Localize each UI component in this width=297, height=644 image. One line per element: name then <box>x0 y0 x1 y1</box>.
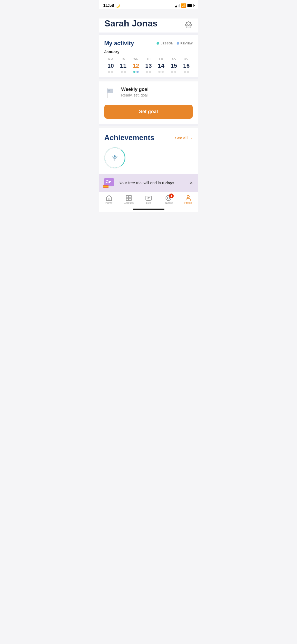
set-goal-button[interactable]: Set goal <box>104 105 193 119</box>
cal-day-num-mo: 10 <box>107 62 114 69</box>
svg-rect-9 <box>129 196 131 198</box>
header-section: Sarah Jonas <box>99 19 198 33</box>
cal-day-mo: MO 10 <box>104 57 117 73</box>
trial-days: 6 days <box>162 181 175 185</box>
cal-day-name-th: TH <box>147 57 150 60</box>
cal-day-su: SU 16 <box>180 57 193 73</box>
nav-item-home[interactable]: Home <box>99 192 119 206</box>
see-all-button[interactable]: See all → <box>175 136 193 140</box>
cal-day-th: TH 13 <box>142 57 155 73</box>
cal-day-num-tu: 11 <box>120 62 126 69</box>
goal-title: Weekly goal <box>121 87 149 92</box>
cal-dot <box>162 71 164 73</box>
flag-svg: le <box>104 87 117 99</box>
svg-text:le: le <box>108 90 110 92</box>
activity-header: My activity LESSON REVIEW <box>104 40 193 47</box>
achievements-section: Achievements See all → <box>99 128 198 174</box>
cal-dot <box>121 71 123 73</box>
cal-day-we: WE 12 <box>130 57 142 73</box>
legend-review: REVIEW <box>177 42 193 45</box>
home-bar <box>99 206 198 212</box>
profile-icon <box>185 195 192 201</box>
goal-text: Weekly goal Ready, set, goal! <box>121 87 149 97</box>
status-icons: 📶 <box>175 3 194 8</box>
achievement-card <box>104 147 193 168</box>
cal-day-name-su: SU <box>184 57 188 60</box>
legend-lesson-label: LESSON <box>161 42 173 45</box>
cal-dots-tu <box>121 71 126 73</box>
cal-dots-we <box>133 71 139 73</box>
svg-rect-11 <box>129 198 131 201</box>
bottom-nav: Home Courses Live 4 Practi <box>99 192 198 206</box>
calendar-grid: MO 10 TU 11 WE 12 <box>104 57 193 73</box>
legend-lesson: LESSON <box>157 42 173 45</box>
cal-day-num-fr: 14 <box>158 62 164 69</box>
svg-rect-10 <box>126 198 129 201</box>
nav-label-practice: Practice <box>163 201 173 204</box>
nav-item-live[interactable]: Live <box>139 192 158 206</box>
flag-icon: le <box>104 87 117 99</box>
review-dot-icon <box>177 42 179 45</box>
cal-day-name-tu: TU <box>121 57 125 60</box>
cal-dots-th <box>146 71 151 73</box>
status-time: 11:58 <box>103 3 114 8</box>
signal-bars-icon <box>175 4 180 7</box>
live-icon <box>145 195 152 201</box>
cal-dot <box>146 71 148 73</box>
cal-day-name-fr: FR <box>159 57 163 60</box>
trial-banner: Your free trial will end in 6 days × <box>99 174 198 192</box>
calendar: January MO 10 TU 11 <box>104 49 193 73</box>
cal-dots-su <box>184 71 189 73</box>
courses-icon <box>125 195 132 201</box>
nav-label-profile: Profile <box>184 201 192 204</box>
cal-dots-sa <box>171 71 176 73</box>
divider-2 <box>99 77 198 79</box>
status-bar: 11:58 🌙 📶 <box>99 0 198 9</box>
svg-rect-8 <box>126 196 129 198</box>
cal-day-name-mo: MO <box>108 57 113 60</box>
battery-icon <box>187 4 194 7</box>
cal-day-fr: FR 14 <box>155 57 167 73</box>
nav-item-practice[interactable]: 4 Practice <box>158 192 178 206</box>
svg-point-16 <box>167 197 169 199</box>
achievement-icon-wrap <box>104 147 125 168</box>
cal-dot <box>124 71 126 73</box>
cal-dots-fr <box>158 71 164 73</box>
calendar-month: January <box>104 49 193 54</box>
nav-item-courses[interactable]: Courses <box>119 192 139 206</box>
trial-text: Your free trial will end in 6 days <box>119 181 185 185</box>
activity-title: My activity <box>104 40 134 47</box>
achievements-title: Achievements <box>104 134 154 142</box>
user-name: Sarah Jonas <box>104 19 193 28</box>
cal-dot-lesson <box>133 71 135 73</box>
activity-section: My activity LESSON REVIEW January MO 10 <box>99 35 198 77</box>
practice-badge: 4 <box>169 194 174 198</box>
cal-dot-review <box>136 71 139 73</box>
cal-dot <box>187 71 189 73</box>
cal-dot <box>174 71 176 73</box>
gear-icon <box>185 21 192 28</box>
trial-text-prefix: Your free trial will end in <box>119 181 162 185</box>
cal-dot <box>149 71 151 73</box>
svg-rect-7 <box>103 186 109 187</box>
cal-dot <box>171 71 173 73</box>
home-indicator <box>133 209 164 210</box>
cal-day-num-we: 12 <box>133 62 139 69</box>
cal-day-num-sa: 15 <box>171 62 177 69</box>
legend-review-label: REVIEW <box>181 42 193 45</box>
trial-close-button[interactable]: × <box>188 179 194 187</box>
nav-label-live: Live <box>146 201 151 204</box>
cal-dot <box>184 71 186 73</box>
moon-icon: 🌙 <box>115 3 120 8</box>
trial-flag-svg <box>103 177 116 188</box>
svg-point-21 <box>187 196 189 198</box>
nav-item-profile[interactable]: Profile <box>178 192 198 206</box>
home-icon <box>106 195 112 201</box>
achievements-header: Achievements See all → <box>104 134 193 142</box>
svg-point-0 <box>188 24 190 26</box>
cal-dots-mo <box>108 71 113 73</box>
cal-day-name-we: WE <box>133 57 138 60</box>
nav-label-courses: Courses <box>124 201 134 204</box>
activity-legend: LESSON REVIEW <box>157 42 193 45</box>
settings-button[interactable] <box>184 21 193 29</box>
